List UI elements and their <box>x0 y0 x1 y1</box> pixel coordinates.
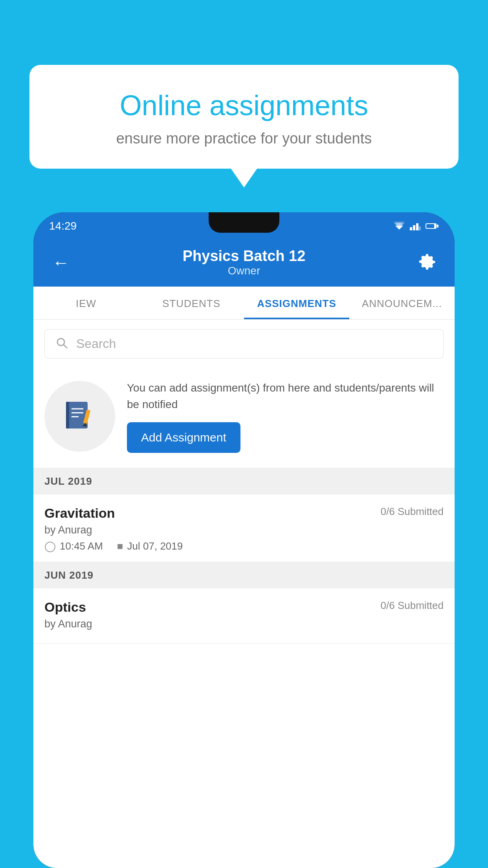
batch-title: Physics Batch 12 <box>73 248 415 265</box>
wifi-icon <box>393 222 405 230</box>
tabs-bar: IEW STUDENTS ASSIGNMENTS ANNOUNCEM... <box>33 287 455 320</box>
assignment-author-gravitation: by Anurag <box>44 524 444 536</box>
info-bubble-subtitle: ensure more practice for your students <box>57 130 431 147</box>
svg-rect-3 <box>410 227 412 230</box>
app-header: ← Physics Batch 12 Owner <box>33 240 455 287</box>
svg-point-10 <box>57 338 64 346</box>
assignment-item-gravitation[interactable]: Gravitation 0/6 Submitted by Anurag ◯ 10… <box>33 495 455 562</box>
status-time: 14:29 <box>49 220 77 232</box>
promo-icon-circle <box>44 381 115 452</box>
promo-description: You can add assignment(s) from here and … <box>127 380 444 413</box>
notebook-icon <box>62 399 97 434</box>
section-header-jun: JUN 2019 <box>33 562 455 588</box>
assignment-submitted-gravitation: 0/6 Submitted <box>381 506 444 518</box>
svg-rect-9 <box>437 224 438 228</box>
svg-rect-4 <box>413 225 415 230</box>
add-assignment-button[interactable]: Add Assignment <box>127 422 240 453</box>
svg-rect-8 <box>426 224 434 228</box>
assignment-title-optics: Optics <box>44 600 86 615</box>
add-assignment-promo: You can add assignment(s) from here and … <box>33 368 455 468</box>
info-bubble-title: Online assignments <box>57 88 431 122</box>
batch-subtitle: Owner <box>73 265 415 277</box>
tab-announcements[interactable]: ANNOUNCEM... <box>349 287 455 319</box>
svg-line-11 <box>64 345 67 348</box>
search-icon <box>56 337 68 351</box>
svg-rect-6 <box>418 226 421 230</box>
status-icons <box>393 222 439 230</box>
battery-icon <box>426 223 439 230</box>
header-title-block: Physics Batch 12 Owner <box>73 248 415 277</box>
search-bar[interactable]: Search <box>44 329 444 359</box>
settings-button[interactable] <box>415 250 439 275</box>
assignment-row1-optics: Optics 0/6 Submitted <box>44 600 444 615</box>
promo-text-block: You can add assignment(s) from here and … <box>127 380 444 453</box>
phone-frame: 14:29 ← Phys <box>33 212 455 868</box>
section-header-jul: JUL 2019 <box>33 468 455 495</box>
clock-icon: ◯ <box>44 540 56 552</box>
signal-icon <box>410 222 421 230</box>
assignment-submitted-optics: 0/6 Submitted <box>381 600 444 612</box>
assignment-meta-gravitation: ◯ 10:45 AM ■ Jul 07, 2019 <box>44 540 444 552</box>
phone-screen: IEW STUDENTS ASSIGNMENTS ANNOUNCEM... Se… <box>33 287 455 868</box>
svg-rect-5 <box>416 223 418 230</box>
assignment-time-gravitation: ◯ 10:45 AM <box>44 540 103 552</box>
tab-iew[interactable]: IEW <box>33 287 139 319</box>
search-container: Search <box>33 320 455 368</box>
status-bar: 14:29 <box>33 212 455 240</box>
assignment-item-optics[interactable]: Optics 0/6 Submitted by Anurag <box>33 588 455 644</box>
assignment-title-gravitation: Gravitation <box>44 506 115 521</box>
tab-assignments[interactable]: ASSIGNMENTS <box>244 287 349 319</box>
calendar-icon: ■ <box>117 540 123 552</box>
search-placeholder: Search <box>76 337 116 351</box>
svg-rect-13 <box>66 402 69 428</box>
back-button[interactable]: ← <box>49 250 73 276</box>
tab-students[interactable]: STUDENTS <box>139 287 244 319</box>
assignment-date-gravitation: ■ Jul 07, 2019 <box>117 540 183 552</box>
gear-icon <box>418 253 436 270</box>
info-bubble: Online assignments ensure more practice … <box>29 65 459 169</box>
assignment-author-optics: by Anurag <box>44 618 444 630</box>
assignment-row1: Gravitation 0/6 Submitted <box>44 506 444 521</box>
